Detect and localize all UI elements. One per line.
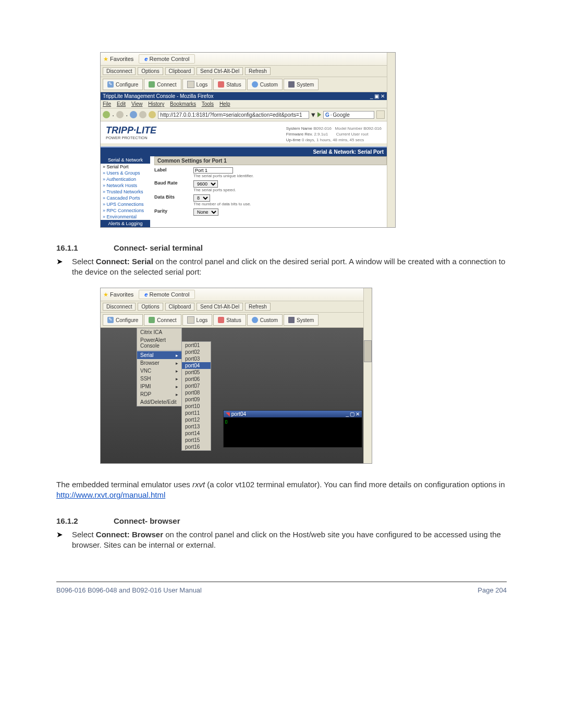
sidebar-item-ups-connections[interactable]: » UPS Connections: [101, 201, 150, 207]
scrollbar[interactable]: [387, 53, 395, 227]
clipboard-button[interactable]: Clipboard: [165, 67, 195, 75]
label-input[interactable]: [193, 167, 233, 174]
toolbar: Configure Connect Logs Status Custom Sys…: [101, 77, 387, 92]
menu-item-poweralert[interactable]: PowerAlert Console: [137, 336, 181, 350]
port-item[interactable]: port05: [182, 369, 211, 376]
paragraph-rxvt: The embedded terminal emulator uses rxvt…: [56, 479, 507, 501]
parity-label: Parity: [154, 208, 193, 216]
configure-button[interactable]: Configure: [103, 79, 143, 90]
connect-button[interactable]: Connect: [144, 314, 181, 326]
paragraph-1612: Select Connect: Browser on the control p…: [56, 529, 507, 551]
terminal-window: ◥ port04 _▢✕: [223, 410, 362, 448]
star-icon: [103, 56, 108, 62]
rxvt-manual-link[interactable]: http://www.rxvt.org/manual.html: [56, 490, 165, 499]
logs-button[interactable]: Logs: [182, 314, 213, 326]
sidebar-item-environmental[interactable]: » Environmental: [101, 214, 150, 220]
menu-item-add-delete-edit[interactable]: Add/Delete/Edit: [137, 398, 181, 406]
terminal-body[interactable]: [224, 417, 362, 425]
parity-select[interactable]: None: [193, 208, 218, 216]
databits-select[interactable]: 8: [193, 194, 210, 202]
menu-history[interactable]: History: [148, 101, 164, 107]
configure-button[interactable]: Configure: [103, 314, 143, 326]
connect-dropdown: Citrix ICA PowerAlert Console Serial Bro…: [137, 328, 182, 406]
options-button[interactable]: Options: [138, 67, 163, 75]
menu-item-ipmi[interactable]: IPMI: [137, 382, 181, 390]
sidebar-item-rpc-connections[interactable]: » RPC Connections: [101, 207, 150, 214]
menu-bookmarks[interactable]: Bookmarks: [170, 101, 196, 107]
close-icon[interactable]: ✕: [356, 411, 360, 417]
scroll-handle[interactable]: [364, 340, 372, 362]
menu-item-browser[interactable]: Browser: [137, 359, 181, 367]
baud-hint: The serial ports speed.: [193, 188, 236, 192]
send-cad-button[interactable]: Send Ctrl-Alt-Del: [197, 67, 243, 75]
sidebar-header-alerts: Alerts & Logging: [101, 220, 150, 227]
forward-icon[interactable]: [116, 111, 124, 118]
menu-item-serial[interactable]: Serial: [137, 351, 181, 359]
sidebar-item-trusted-networks[interactable]: » Trusted Networks: [101, 189, 150, 195]
disconnect-button[interactable]: Disconnect: [103, 303, 136, 311]
status-button[interactable]: Status: [213, 79, 246, 90]
stop-icon[interactable]: [139, 111, 146, 118]
menu-item-citrix[interactable]: Citrix ICA: [137, 328, 181, 336]
menu-item-rdp[interactable]: RDP: [137, 390, 181, 398]
port-item[interactable]: port02: [182, 349, 211, 355]
system-button[interactable]: System: [284, 314, 319, 326]
logs-button[interactable]: Logs: [182, 79, 213, 90]
reload-icon[interactable]: [130, 111, 137, 118]
menu-item-ssh[interactable]: SSH: [137, 375, 181, 382]
connect-button[interactable]: Connect: [144, 79, 181, 90]
system-button[interactable]: System: [284, 79, 319, 90]
port-item[interactable]: port09: [182, 396, 211, 403]
menu-edit[interactable]: Edit: [117, 101, 126, 107]
chevron-right-icon: [176, 391, 178, 397]
port-item[interactable]: port08: [182, 389, 211, 396]
back-icon[interactable]: [103, 111, 110, 118]
refresh-button[interactable]: Refresh: [245, 303, 271, 311]
sidebar-item-authentication[interactable]: » Authentication: [101, 176, 150, 182]
sidebar-item-network-hosts[interactable]: » Network Hosts: [101, 182, 150, 189]
menu-help[interactable]: Help: [219, 101, 230, 107]
port-item-selected[interactable]: port04: [182, 362, 211, 369]
disconnect-button[interactable]: Disconnect: [103, 67, 136, 75]
port-item[interactable]: port14: [182, 430, 211, 437]
status-icon: [218, 81, 224, 88]
baud-select[interactable]: 9600: [193, 180, 218, 188]
refresh-button[interactable]: Refresh: [245, 67, 271, 75]
options-button[interactable]: Options: [138, 303, 163, 311]
home-icon[interactable]: [149, 111, 156, 118]
port-item[interactable]: port15: [182, 437, 211, 443]
port-item[interactable]: port06: [182, 376, 211, 382]
custom-button[interactable]: Custom: [247, 79, 283, 90]
menu-item-vnc[interactable]: VNC: [137, 367, 181, 375]
terminal-title: port04: [231, 411, 246, 417]
section-bar: Serial & Network: Serial Port: [101, 146, 387, 156]
scrollbar[interactable]: [363, 288, 372, 463]
port-item[interactable]: port12: [182, 416, 211, 423]
port-item[interactable]: port01: [182, 342, 211, 349]
status-button[interactable]: Status: [213, 314, 246, 326]
port-item[interactable]: port03: [182, 355, 211, 362]
address-bar[interactable]: http://127.0.0.1:8181/?form=serialconfig…: [158, 111, 309, 119]
sidebar-item-cascaded-ports[interactable]: » Cascaded Ports: [101, 195, 150, 201]
custom-button[interactable]: Custom: [247, 314, 283, 326]
chevron-right-icon: [176, 368, 178, 374]
menu-tools[interactable]: Tools: [202, 101, 214, 107]
port-item[interactable]: port13: [182, 423, 211, 430]
sidebar-item-serial-port[interactable]: » Serial Port: [101, 164, 150, 170]
port-item[interactable]: port07: [182, 382, 211, 389]
sidebar-item-users-groups[interactable]: » Users & Groups: [101, 170, 150, 176]
menu-view[interactable]: View: [131, 101, 143, 107]
go-icon[interactable]: [317, 112, 321, 117]
custom-icon: [252, 317, 258, 323]
search-icon[interactable]: [376, 110, 385, 119]
port-item[interactable]: port11: [182, 410, 211, 416]
google-search[interactable]: · Google: [323, 111, 374, 119]
clipboard-button[interactable]: Clipboard: [165, 303, 195, 311]
menu-file[interactable]: File: [103, 101, 111, 107]
maximize-icon[interactable]: ▢: [350, 411, 354, 417]
port-item[interactable]: port10: [182, 403, 211, 410]
sidebar-header: Serial & Network: [101, 156, 150, 164]
send-cad-button[interactable]: Send Ctrl-Alt-Del: [197, 303, 243, 311]
port-item[interactable]: port16: [182, 443, 211, 450]
minimize-icon[interactable]: _: [346, 411, 349, 417]
